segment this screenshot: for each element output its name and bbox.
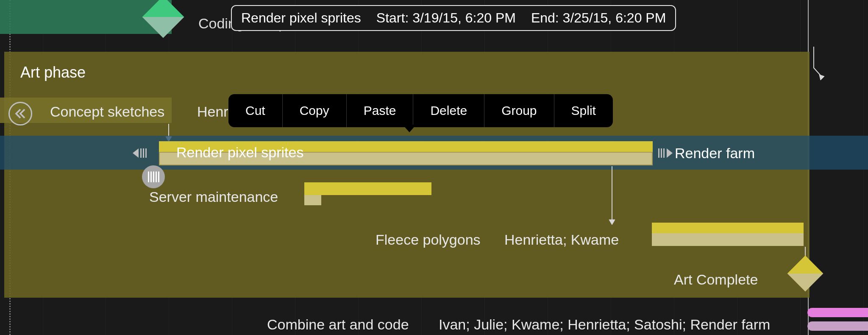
dependency-arrow-icon xyxy=(608,166,620,226)
menu-group[interactable]: Group xyxy=(484,94,554,127)
resize-handle-left[interactable] xyxy=(133,147,150,159)
menu-paste[interactable]: Paste xyxy=(347,94,414,127)
drag-handle-left-icon xyxy=(133,147,150,159)
svg-marker-14 xyxy=(819,75,824,80)
tooltip-end: End: 3/25/15, 6:20 PM xyxy=(531,10,666,26)
svg-rect-3 xyxy=(140,148,142,158)
tooltip-title: Render pixel sprites xyxy=(241,10,361,26)
milestone-label: Art Complete xyxy=(674,271,758,288)
svg-marker-11 xyxy=(609,220,615,225)
task-tooltip: Render pixel sprites Start: 3/19/15, 6:2… xyxy=(231,5,676,31)
tooltip-start: Start: 3/19/15, 6:20 PM xyxy=(376,10,516,26)
task-bar-combine[interactable] xyxy=(807,308,868,317)
svg-rect-6 xyxy=(658,148,659,158)
task-resources: Render farm xyxy=(675,145,755,162)
task-bar-fleece-polygons[interactable] xyxy=(652,223,804,233)
task-bar-small[interactable] xyxy=(304,182,431,195)
menu-cut[interactable]: Cut xyxy=(228,94,283,127)
task-progress-fleece-polygons[interactable] xyxy=(652,233,804,246)
svg-marker-9 xyxy=(667,148,673,158)
task-label: Combine art and code xyxy=(267,316,409,333)
svg-rect-8 xyxy=(663,148,665,158)
chevron-left-double-icon xyxy=(14,107,27,120)
context-menu: Cut Copy Paste Delete Group Split xyxy=(228,94,613,127)
task-label: Render pixel sprites xyxy=(176,144,303,161)
svg-rect-4 xyxy=(143,148,144,158)
menu-split[interactable]: Split xyxy=(554,94,613,127)
task-resources: Henrietta; Kwame xyxy=(504,232,619,248)
grip-icon xyxy=(148,171,159,182)
constraint-handle[interactable] xyxy=(142,165,165,188)
dependency-arrow-icon xyxy=(801,47,826,81)
svg-rect-5 xyxy=(145,148,147,158)
menu-copy[interactable]: Copy xyxy=(283,94,347,127)
context-menu-pointer-icon xyxy=(403,125,416,132)
svg-rect-7 xyxy=(661,148,662,158)
task-resources: Ivan; Julie; Kwame; Henrietta; Satoshi; … xyxy=(439,316,770,333)
task-progress-combine[interactable] xyxy=(807,321,868,331)
phase-bar-art[interactable] xyxy=(4,52,810,298)
task-label: Server maintenance xyxy=(149,189,278,205)
menu-delete[interactable]: Delete xyxy=(413,94,484,127)
task-progress-small xyxy=(304,195,321,205)
collapse-button[interactable] xyxy=(8,102,32,126)
drag-handle-right-icon xyxy=(656,147,673,159)
phase-label: Art phase xyxy=(20,64,86,81)
task-label: Concept sketches xyxy=(50,103,164,120)
resize-handle-right[interactable] xyxy=(656,147,673,159)
task-label: Fleece polygons xyxy=(376,232,481,248)
svg-marker-2 xyxy=(133,148,139,158)
